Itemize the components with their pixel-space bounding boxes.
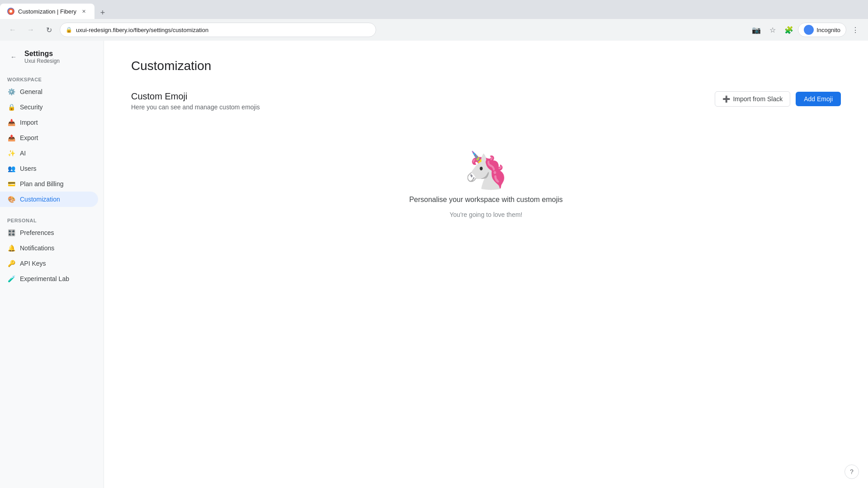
extension-btn[interactable]: 🧩 (782, 23, 796, 37)
profile-btn[interactable]: Incognito (798, 23, 846, 37)
preferences-icon: 🎛️ (7, 229, 15, 237)
empty-state: 🦄 Personalise your workspace with custom… (131, 125, 841, 245)
menu-btn[interactable]: ⋮ (848, 23, 863, 37)
address-bar[interactable]: 🔒 uxui-redesign.fibery.io/fibery/setting… (60, 23, 376, 37)
sidebar-item-plan-billing[interactable]: 💳 Plan and Billing (0, 176, 98, 192)
add-emoji-button[interactable]: Add Emoji (796, 92, 841, 106)
workspace-section-label: WORKSPACE (0, 73, 104, 84)
api-keys-icon: 🔑 (7, 259, 15, 267)
sidebar-item-notifications[interactable]: 🔔 Notifications (0, 240, 98, 256)
section-header: Custom Emoji Here you can see and manage… (131, 91, 841, 111)
sidebar-item-security[interactable]: 🔒 Security (0, 99, 98, 115)
sidebar-title: Settings (24, 50, 60, 58)
customization-icon: 🎨 (7, 195, 15, 203)
sidebar-item-plan-billing-label: Plan and Billing (20, 180, 64, 188)
sidebar-item-users[interactable]: 👥 Users (0, 161, 98, 176)
sidebar: ← Settings Uxui Redesign WORKSPACE ⚙️ Ge… (0, 41, 104, 488)
security-icon: 🔒 (7, 103, 15, 111)
tab-close-btn[interactable]: ✕ (80, 8, 87, 15)
sidebar-item-ai-label: AI (20, 150, 26, 157)
import-from-slack-button[interactable]: ➕ Import from Slack (715, 91, 790, 107)
users-icon: 👥 (7, 164, 15, 173)
sidebar-item-import-label: Import (20, 119, 38, 126)
sidebar-item-users-label: Users (20, 165, 37, 172)
section-actions: ➕ Import from Slack Add Emoji (715, 91, 841, 107)
browser-tabs: Customization | Fibery ✕ + (0, 0, 868, 19)
forward-nav-btn[interactable]: → (24, 23, 38, 37)
sidebar-item-preferences[interactable]: 🎛️ Preferences (0, 225, 98, 240)
sidebar-subtitle: Uxui Redesign (24, 58, 60, 64)
personal-section-label: PERSONAL (0, 214, 104, 225)
export-icon: 📤 (7, 134, 15, 142)
ai-icon: ✨ (7, 149, 15, 157)
sidebar-item-ai[interactable]: ✨ AI (0, 145, 98, 161)
sidebar-item-general[interactable]: ⚙️ General (0, 84, 98, 99)
experimental-lab-icon: 🧪 (7, 275, 15, 283)
add-emoji-label: Add Emoji (804, 95, 833, 103)
sidebar-item-preferences-label: Preferences (20, 229, 54, 236)
app: ← Settings Uxui Redesign WORKSPACE ⚙️ Ge… (0, 41, 868, 488)
sidebar-item-export[interactable]: 📤 Export (0, 130, 98, 145)
tab-favicon (7, 8, 14, 15)
new-tab-button[interactable]: + (96, 6, 109, 19)
sidebar-header: ← Settings Uxui Redesign (0, 50, 104, 73)
sidebar-item-api-keys[interactable]: 🔑 API Keys (0, 256, 98, 271)
section-desc: Here you can see and manage custom emoji… (131, 103, 260, 111)
empty-state-unicorn-emoji: 🦄 (463, 152, 509, 188)
sidebar-item-experimental-lab[interactable]: 🧪 Experimental Lab (0, 271, 98, 286)
general-icon: ⚙️ (7, 88, 15, 96)
tab-title: Customization | Fibery (18, 8, 76, 15)
lock-icon: 🔒 (66, 27, 72, 33)
notifications-icon: 🔔 (7, 244, 15, 252)
sidebar-title-group: Settings Uxui Redesign (24, 50, 60, 64)
svg-point-1 (9, 10, 12, 13)
sidebar-back-btn[interactable]: ← (7, 51, 20, 63)
toolbar-right: 📷 ☆ 🧩 Incognito ⋮ (749, 23, 863, 37)
profile-avatar (804, 25, 814, 35)
import-icon: 📥 (7, 118, 15, 127)
browser-toolbar: ← → ↻ 🔒 uxui-redesign.fibery.io/fibery/s… (0, 19, 868, 41)
help-button[interactable]: ? (844, 465, 859, 479)
page-title: Customization (131, 59, 841, 73)
sidebar-item-customization-label: Customization (20, 196, 60, 203)
empty-state-title: Personalise your workspace with custom e… (409, 196, 563, 204)
sidebar-item-customization[interactable]: 🎨 Customization (0, 192, 98, 207)
sidebar-item-export-label: Export (20, 134, 38, 141)
empty-state-subtitle: You're going to love them! (450, 211, 523, 218)
address-text: uxui-redesign.fibery.io/fibery/settings/… (76, 27, 370, 33)
slack-icon: ➕ (722, 95, 730, 103)
sidebar-item-security-label: Security (20, 103, 43, 111)
back-nav-btn[interactable]: ← (5, 23, 20, 37)
import-btn-label: Import from Slack (733, 95, 783, 103)
camera-icon-btn[interactable]: 📷 (749, 23, 764, 37)
main-content: Customization Custom Emoji Here you can … (104, 41, 868, 488)
section-title: Custom Emoji (131, 91, 260, 102)
sidebar-item-import[interactable]: 📥 Import (0, 115, 98, 130)
section-title-group: Custom Emoji Here you can see and manage… (131, 91, 260, 111)
reload-btn[interactable]: ↻ (42, 23, 56, 37)
profile-label: Incognito (816, 27, 840, 33)
plan-billing-icon: 💳 (7, 180, 15, 188)
active-tab[interactable]: Customization | Fibery ✕ (0, 4, 94, 19)
sidebar-item-api-keys-label: API Keys (20, 260, 46, 267)
sidebar-item-general-label: General (20, 88, 42, 95)
bookmark-star-btn[interactable]: ☆ (765, 23, 780, 37)
browser-chrome: Customization | Fibery ✕ + ← → ↻ 🔒 uxui-… (0, 0, 868, 41)
sidebar-item-notifications-label: Notifications (20, 244, 54, 252)
sidebar-item-experimental-lab-label: Experimental Lab (20, 275, 69, 282)
